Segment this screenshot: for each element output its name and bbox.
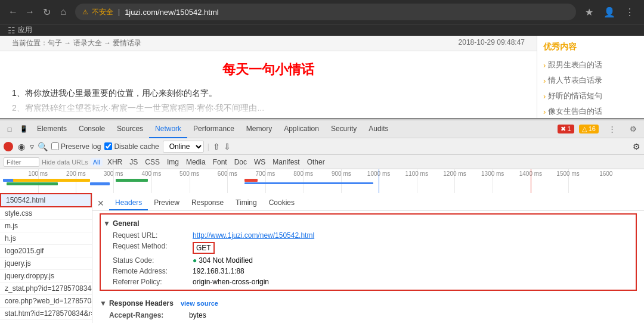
file-item-2[interactable]: m.js [0, 220, 92, 232]
detail-tab-response[interactable]: Response [185, 195, 230, 210]
hide-data-label: Hide data URLs [42, 159, 88, 166]
page-timestamp: 2018-10-29 09:48:47 [459, 38, 525, 48]
tl-req-2 [13, 179, 91, 182]
network-throttle-select[interactable]: Online [163, 141, 204, 153]
menu-button[interactable]: ⋮ [621, 4, 638, 20]
tab-elements[interactable]: Elements [31, 120, 73, 138]
file-item-4[interactable]: logo2015.gif [0, 245, 92, 257]
devtools-settings-button[interactable]: ⚙ [625, 121, 642, 138]
file-name-5: jquery.js [5, 259, 31, 268]
tl-req-6 [244, 182, 373, 184]
browser-chrome: ← → ↻ ⌂ ⚠ 不安全 | ★ 👤 ⋮ ☷ 应用 [0, 0, 644, 36]
devtools-tab-bar: □ 📱 Elements Console Sources Network Per… [0, 120, 644, 138]
search-button[interactable]: 🔍 [38, 142, 48, 151]
devtools-inspect-button[interactable]: □ [2, 122, 17, 136]
network-settings-button[interactable]: ⚙ [633, 142, 640, 151]
file-name-2: m.js [5, 222, 18, 230]
filter-css[interactable]: CSS [143, 157, 162, 167]
devtools-device-button[interactable]: 📱 [17, 122, 31, 136]
detail-tab-cookies[interactable]: Cookies [263, 195, 301, 210]
detail-tabs: ✕ Headers Preview Response Timing Cookie… [92, 195, 644, 211]
general-section-title[interactable]: ▼ General [103, 217, 633, 230]
file-name-1: style.css [5, 209, 32, 218]
profile-button[interactable]: 👤 [601, 4, 618, 20]
request-url-row: Request URL: http://www.1juzi.com/new/15… [103, 230, 633, 241]
sidebar-link-3[interactable]: 像女生告白的话 [543, 104, 638, 119]
file-item-3[interactable]: h.js [0, 232, 92, 245]
file-item-0[interactable]: 150542.html [0, 193, 92, 207]
filter-ws[interactable]: WS [252, 157, 268, 167]
detail-tab-headers[interactable]: Headers [109, 195, 148, 210]
tab-application[interactable]: Application [278, 120, 325, 138]
filter-button[interactable]: ▿ [30, 142, 34, 151]
request-url-value[interactable]: http://www.1juzi.com/new/150542.html [193, 231, 314, 240]
filter-js[interactable]: JS [127, 157, 140, 167]
label-200ms: 200 ms [66, 170, 86, 177]
import-button[interactable]: ⇧ [213, 142, 220, 151]
preserve-log-checkbox[interactable] [51, 142, 59, 150]
filter-media[interactable]: Media [184, 157, 208, 167]
tab-security[interactable]: Security [325, 120, 363, 138]
referrer-policy-value: origin-when-cross-origin [193, 278, 269, 286]
address-input[interactable] [125, 8, 569, 17]
reload-button[interactable]: ↻ [39, 5, 54, 19]
tab-sources[interactable]: Sources [111, 120, 149, 138]
tab-performance[interactable]: Performance [187, 120, 240, 138]
view-source-link[interactable]: view source [181, 300, 218, 307]
file-name-8: core.php?web_id=127857083... [5, 297, 92, 305]
sidebar-link-0[interactable]: 跟男生表白的话 [543, 57, 638, 73]
file-name-3: h.js [5, 234, 16, 243]
devtools-more-button[interactable]: ⋮ [603, 121, 620, 138]
request-method-value: GET [193, 242, 215, 254]
response-headers-title[interactable]: ▼ Response Headers view source [100, 297, 637, 310]
nav-buttons: ← → ↻ ⌂ [6, 5, 70, 19]
disable-cache-label[interactable]: Disable cache [104, 142, 159, 151]
label-900ms: 900 ms [332, 170, 351, 177]
file-item-8[interactable]: core.php?web_id=127857083... [0, 295, 92, 308]
file-item-9[interactable]: stat.htm?id=1278570834&r=h... [0, 308, 92, 320]
status-code-key: Status Code: [113, 256, 190, 265]
filter-manifest[interactable]: Manifest [270, 157, 302, 167]
disable-cache-checkbox[interactable] [104, 142, 112, 150]
security-label: 不安全 [92, 7, 113, 17]
timeline-marker-red [531, 169, 531, 193]
file-name-4: logo2015.gif [5, 247, 44, 255]
apps-icon: ☷ [6, 26, 16, 35]
file-item-6[interactable]: jquery.droppy.js [0, 270, 92, 282]
filter-img[interactable]: Img [165, 157, 181, 167]
filter-xhr[interactable]: XHR [105, 157, 125, 167]
tab-audits[interactable]: Audits [363, 120, 394, 138]
record-button[interactable] [4, 142, 13, 151]
forward-button[interactable]: → [23, 5, 37, 19]
general-section-box: ▼ General Request URL: http://www.1juzi.… [100, 213, 637, 291]
bookmarks-apps-label[interactable]: 应用 [18, 25, 32, 35]
clear-button[interactable]: ◉ [17, 142, 26, 151]
detail-tab-preview[interactable]: Preview [148, 195, 185, 210]
bookmark-star-button[interactable]: ★ [581, 4, 597, 20]
home-button[interactable]: ⌂ [56, 5, 70, 19]
detail-tab-timing[interactable]: Timing [230, 195, 263, 210]
preserve-log-label[interactable]: Preserve log [51, 142, 101, 151]
file-name-6: jquery.droppy.js [5, 272, 54, 280]
filter-other[interactable]: Other [305, 157, 327, 167]
tab-network[interactable]: Network [149, 120, 187, 138]
file-name-0: 150542.html [6, 196, 45, 204]
status-code-row: Status Code: 304 Not Modified [103, 255, 633, 266]
close-detail-button[interactable]: ✕ [97, 195, 104, 210]
back-button[interactable]: ← [6, 5, 20, 19]
file-item-7[interactable]: z_stat.php?id=1278570834&... [0, 282, 92, 295]
tab-console[interactable]: Console [73, 120, 111, 138]
export-button[interactable]: ⇩ [224, 142, 231, 151]
file-item-5[interactable]: jquery.js [0, 257, 92, 270]
file-item-1[interactable]: style.css [0, 207, 92, 220]
filter-doc[interactable]: Doc [232, 157, 249, 167]
all-filter-badge[interactable]: All [91, 158, 103, 166]
rh-row-1: Cache-Control: no-cache [100, 321, 637, 323]
file-name-7: z_stat.php?id=1278570834&... [5, 284, 92, 293]
filter-font[interactable]: Font [210, 157, 230, 167]
sidebar-link-1[interactable]: 情人节表白话录 [543, 73, 638, 88]
filter-input[interactable] [4, 157, 39, 167]
sidebar-link-2[interactable]: 好听的情话短句 [543, 88, 638, 104]
tab-memory[interactable]: Memory [240, 120, 278, 138]
file-item-10[interactable]: hm.js?8107b15bacc25ba8b7f... [0, 320, 92, 323]
